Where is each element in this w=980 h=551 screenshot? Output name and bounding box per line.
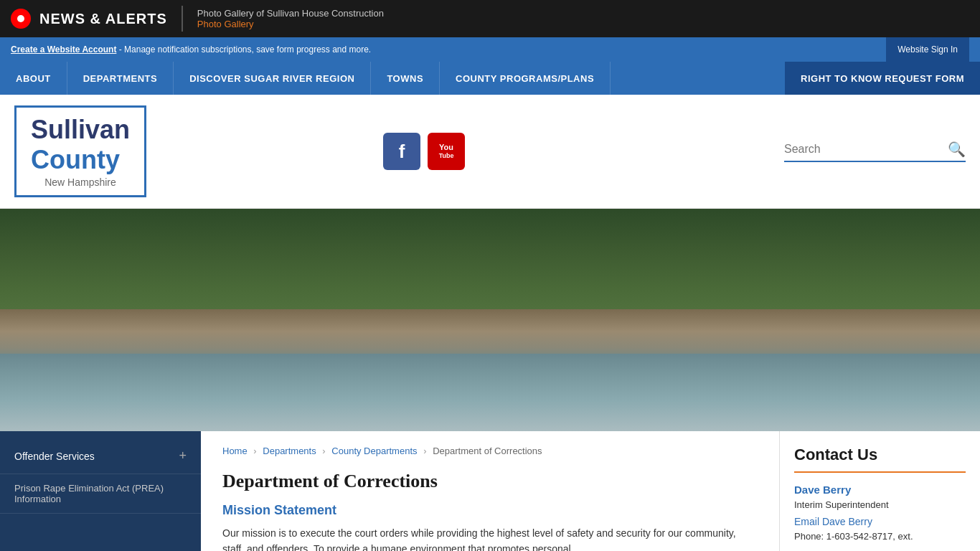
news-bar-divider xyxy=(182,6,183,32)
hero-image xyxy=(0,209,980,431)
logo: Sullivan County New Hampshire xyxy=(14,105,146,197)
facebook-icon[interactable]: f xyxy=(383,133,420,170)
search-input-wrap: 🔍 xyxy=(784,141,966,162)
contact-sidebar: Contact Us Dave Berry Interim Superinten… xyxy=(779,431,980,551)
mission-title: Mission Statement xyxy=(222,503,758,518)
breadcrumb-current: Department of Corrections xyxy=(433,446,542,456)
logo-nh: New Hampshire xyxy=(31,176,130,188)
search-icon[interactable]: 🔍 xyxy=(948,141,966,158)
account-bar: Create a Website Account - Manage notifi… xyxy=(0,37,980,62)
youtube-icon[interactable]: YouTube xyxy=(428,133,465,170)
logo-sullivan: Sullivan xyxy=(31,115,130,145)
mission-text: Our mission is to execute the court orde… xyxy=(222,525,758,551)
news-bar: NEWS & ALERTS Photo Gallery of Sullivan … xyxy=(0,0,980,37)
breadcrumb: Home › Departments › County Departments … xyxy=(222,446,758,456)
nav-about[interactable]: ABOUT xyxy=(0,62,67,95)
contact-email-link[interactable]: Email Dave Berry xyxy=(794,516,966,527)
page-title: Department of Corrections xyxy=(222,471,758,492)
main-content: Home › Departments › County Departments … xyxy=(201,431,779,551)
nav-right-to-know[interactable]: RIGHT TO KNOW REQUEST FORM xyxy=(785,62,980,95)
contact-phone: Phone: 1-603-542-8717, ext. xyxy=(794,531,966,542)
breadcrumb-county-departments[interactable]: County Departments xyxy=(331,446,417,456)
sidebar-item-prea[interactable]: Prison Rape Elimination Act (PREA) Infor… xyxy=(0,474,201,514)
sidebar: Offender Services + Prison Rape Eliminat… xyxy=(0,431,201,551)
logo-county: County xyxy=(31,145,130,175)
nav-departments[interactable]: DEPARTMENTS xyxy=(67,62,174,95)
contact-divider xyxy=(794,471,966,473)
news-gallery-title: Photo Gallery of Sullivan House Construc… xyxy=(197,8,384,19)
sidebar-item-offender-services[interactable]: Offender Services + xyxy=(0,438,201,474)
sign-in-button[interactable]: Website Sign In xyxy=(886,37,969,62)
news-bar-title: NEWS & ALERTS xyxy=(39,11,167,27)
search-input[interactable] xyxy=(784,143,942,156)
sidebar-item-label: Offender Services xyxy=(14,451,95,462)
account-description: - Manage notification subscriptions, sav… xyxy=(116,44,371,55)
sidebar-expand-icon: + xyxy=(179,448,187,463)
nav-county-programs[interactable]: COUNTY PROGRAMS/PLANS xyxy=(440,62,611,95)
breadcrumb-home[interactable]: Home xyxy=(222,446,248,456)
sidebar-item-label: Prison Rape Elimination Act (PREA) Infor… xyxy=(14,483,164,504)
breadcrumb-departments[interactable]: Departments xyxy=(263,446,316,456)
nav-bar: ABOUT DEPARTMENTS DISCOVER SUGAR RIVER R… xyxy=(0,62,980,95)
contact-title: Contact Us xyxy=(794,446,966,464)
news-alert-icon xyxy=(11,9,31,29)
hero-water xyxy=(0,354,980,432)
nav-towns[interactable]: TOWNS xyxy=(371,62,440,95)
header-area: Sullivan County New Hampshire f YouTube … xyxy=(0,95,980,209)
news-bar-content: Photo Gallery of Sullivan House Construc… xyxy=(197,8,384,29)
news-gallery-link[interactable]: Photo Gallery xyxy=(197,19,384,29)
contact-name[interactable]: Dave Berry xyxy=(794,484,966,496)
breadcrumb-sep3: › xyxy=(423,446,426,456)
breadcrumb-sep2: › xyxy=(322,446,325,456)
nav-discover[interactable]: DISCOVER SUGAR RIVER REGION xyxy=(174,62,371,95)
create-account-link[interactable]: Create a Website Account xyxy=(11,44,116,55)
content-wrapper: Offender Services + Prison Rape Eliminat… xyxy=(0,431,980,551)
search-area: 🔍 xyxy=(784,141,966,162)
breadcrumb-sep1: › xyxy=(253,446,256,456)
account-bar-left: Create a Website Account - Manage notifi… xyxy=(11,44,371,55)
social-icons: f YouTube xyxy=(383,133,465,170)
contact-role: Interim Superintendent xyxy=(794,499,966,510)
